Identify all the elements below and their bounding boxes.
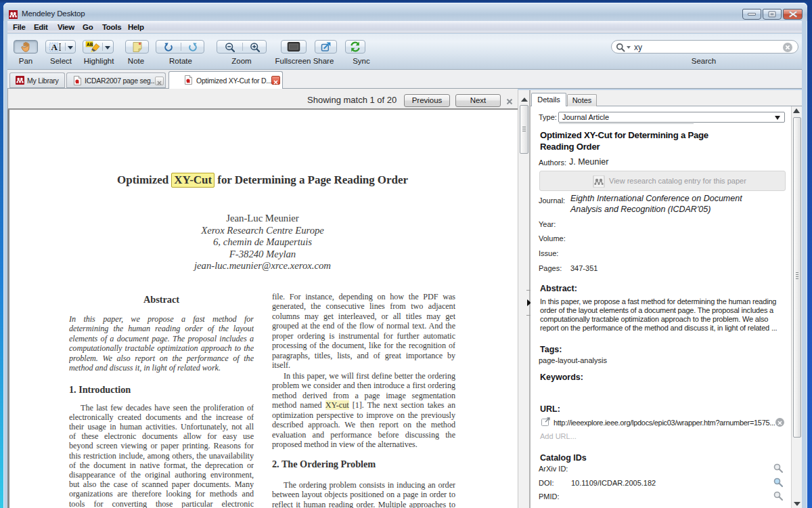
svg-text:AB: AB [87,42,93,47]
svg-text:A: A [51,42,58,52]
